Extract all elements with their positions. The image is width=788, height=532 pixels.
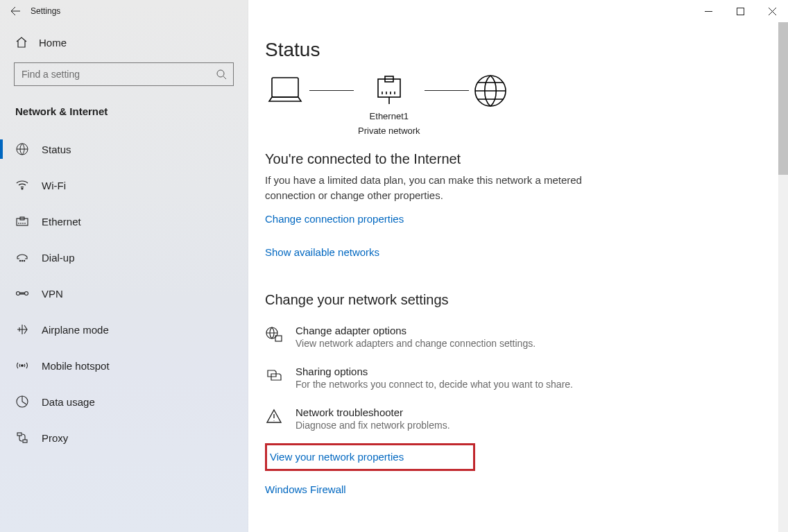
globe-large-icon [473,74,508,108]
nav-label: Data usage [42,396,95,408]
close-icon [769,8,776,15]
globe-icon [15,143,29,155]
network-diagram: Ethernet1 Private network [265,74,760,136]
nav-item-dialup[interactable]: Dial-up [0,239,248,275]
arrow-left-icon [10,6,21,17]
vpn-icon [15,289,29,298]
setting-sharing-options[interactable]: Sharing options For the networks you con… [265,366,760,390]
scrollbar-thumb[interactable] [778,22,788,175]
diagram-line [425,90,469,91]
annotation-highlight: View your network properties [265,443,475,471]
sidebar: Settings Home Network & Internet Status … [0,0,248,532]
internet-node [473,74,508,108]
home-label: Home [39,37,67,49]
change-settings-heading: Change your network settings [265,292,760,308]
airplane-icon [15,323,29,336]
setting-desc: View network adapters and change connect… [296,338,536,349]
setting-title: Sharing options [296,366,573,377]
search-input[interactable] [15,69,209,80]
nav-label: Proxy [42,432,68,444]
connected-desc: If you have a limited data plan, you can… [265,173,626,203]
nav-item-wifi[interactable]: Wi-Fi [0,167,248,203]
nav-item-status[interactable]: Status [0,131,248,167]
diagram-line [309,90,354,91]
network-profile: Private network [358,126,420,136]
svg-rect-13 [23,440,27,443]
nav-item-proxy[interactable]: Proxy [0,420,248,456]
sharing-icon [265,366,283,385]
nav-label: Wi-Fi [42,180,66,191]
minimize-icon [705,8,712,15]
svg-point-9 [25,292,28,295]
setting-desc: Diagnose and fix network problems. [296,420,450,431]
svg-rect-12 [17,433,22,436]
firewall-link[interactable]: Windows Firewall [265,483,346,495]
view-properties-link[interactable]: View your network properties [270,451,404,463]
ethernet-port-icon [375,74,403,107]
topbar: Settings [0,0,248,22]
setting-title: Change adapter options [296,325,536,336]
nav-label: Dial-up [42,252,75,264]
svg-rect-15 [272,78,298,97]
maximize-icon [737,8,744,15]
svg-point-6 [22,260,22,261]
device-node [265,74,305,107]
proxy-icon [15,431,29,444]
app-title: Settings [31,6,60,16]
window-controls [692,0,788,22]
network-name: Ethernet1 [370,111,409,121]
laptop-icon [265,74,305,107]
home-icon [15,36,28,49]
change-properties-link[interactable]: Change connection properties [265,213,404,225]
svg-rect-14 [737,8,744,15]
home-button[interactable]: Home [0,22,248,58]
adapter-icon [265,325,283,344]
nav-label: Ethernet [42,216,81,228]
nav-label: Status [42,144,71,155]
connected-heading: You're connected to the Internet [265,151,760,167]
nav-item-airplane[interactable]: Airplane mode [0,311,248,347]
minimize-button[interactable] [692,0,724,22]
ethernet-icon [15,216,29,226]
svg-point-5 [19,260,20,261]
nav-item-ethernet[interactable]: Ethernet [0,203,248,239]
page-title: Status [265,39,760,61]
dialup-icon [15,252,29,262]
show-networks-link[interactable]: Show available networks [265,246,379,258]
data-icon [15,395,29,408]
hotspot-icon [15,361,29,370]
nav-label: Airplane mode [42,324,109,336]
nav-label: Mobile hotspot [42,360,110,372]
nav-item-hotspot[interactable]: Mobile hotspot [0,347,248,384]
search-box[interactable] [14,62,234,86]
setting-title: Network troubleshooter [296,406,450,418]
svg-point-0 [217,70,224,77]
search-icon [209,69,233,80]
section-heading: Network & Internet [15,105,248,117]
svg-point-2 [22,188,23,189]
svg-point-8 [17,292,20,295]
nav-item-vpn[interactable]: VPN [0,275,248,311]
setting-troubleshooter[interactable]: Network troubleshooter Diagnose and fix … [265,406,760,431]
svg-point-10 [22,365,24,367]
wifi-icon [15,180,29,190]
setting-adapter-options[interactable]: Change adapter options View network adap… [265,325,760,349]
back-button[interactable] [0,0,31,22]
main-content: Status Ethernet1 Private network You're … [248,0,788,532]
nav-item-data[interactable]: Data usage [0,384,248,420]
warning-icon [265,406,283,426]
maximize-button[interactable] [724,0,756,22]
svg-point-7 [24,260,24,261]
setting-desc: For the networks you connect to, decide … [296,379,573,390]
nav-label: VPN [42,288,63,300]
router-node: Ethernet1 Private network [358,74,420,136]
close-button[interactable] [756,0,788,22]
